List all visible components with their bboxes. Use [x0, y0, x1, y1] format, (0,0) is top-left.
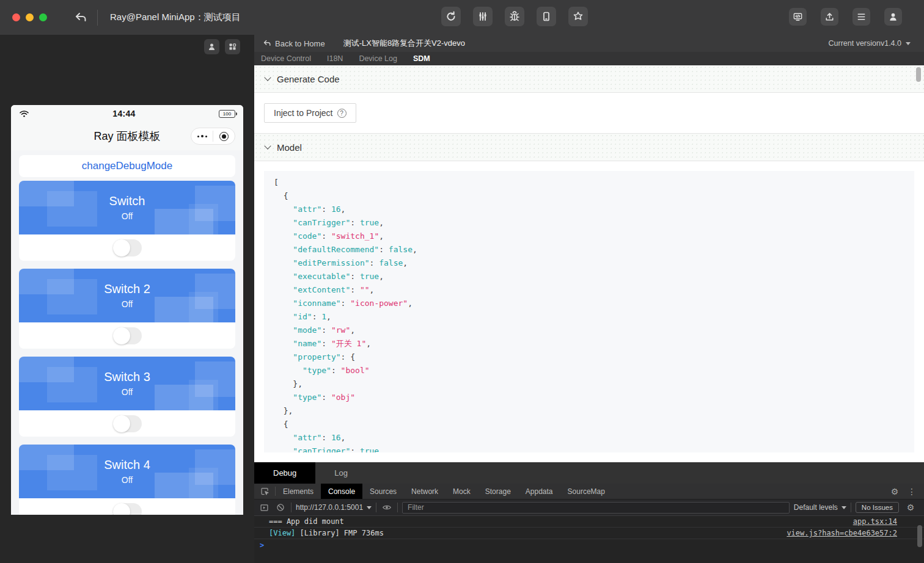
refresh-icon[interactable]: [441, 7, 461, 26]
filter-input[interactable]: [402, 502, 790, 514]
no-issues-button[interactable]: No Issues: [856, 502, 899, 513]
code-line: "property": {: [274, 351, 904, 364]
tab-i18n[interactable]: I18N: [327, 54, 343, 63]
zoom-window-button[interactable]: [39, 13, 47, 21]
code-token: ,: [379, 446, 384, 452]
version-selector[interactable]: Current versionv1.4.0: [828, 39, 911, 48]
phone-navbar: Ray 面板模板: [11, 122, 243, 150]
kebab-menu-icon[interactable]: ⋮: [904, 485, 919, 498]
code-token: true: [360, 218, 379, 227]
miniapp-capsule: [191, 128, 235, 145]
code-token: : {: [341, 352, 355, 361]
gear-icon[interactable]: ⚙: [887, 485, 902, 498]
log-source-link[interactable]: view.js?hash=cbe4e63e57:2: [787, 529, 897, 537]
phone-icon[interactable]: [537, 7, 556, 26]
inject-to-project-button[interactable]: Inject to Project ?: [264, 103, 356, 123]
switch-toggle[interactable]: [113, 327, 142, 344]
back-to-home-button[interactable]: Back to Home: [263, 39, 325, 48]
devtools-tab-storage[interactable]: Storage: [478, 484, 518, 499]
code-line: "editPermission": false,: [274, 256, 904, 270]
code-token: "code": [293, 231, 321, 241]
page-title: Ray 面板模板: [94, 129, 160, 143]
switch-toggle[interactable]: [113, 239, 142, 256]
model-label: Model: [277, 142, 302, 153]
tab-device-control[interactable]: Device Control: [261, 54, 311, 63]
code-token: "type": [302, 366, 331, 375]
devtools-tab-console[interactable]: Console: [321, 484, 362, 499]
toolbar-divider: [851, 503, 851, 512]
undo-icon[interactable]: [72, 9, 90, 27]
more-dots-icon[interactable]: [191, 135, 213, 137]
debug-panel: DebugLog ElementsConsoleSourcesNetworkMo…: [254, 462, 924, 563]
log-source-link[interactable]: app.tsx:14: [853, 517, 897, 526]
code-token: "property": [293, 352, 340, 361]
help-icon[interactable]: ?: [337, 109, 346, 118]
code-token: [274, 366, 302, 375]
code-line: "name": "开关 1",: [274, 337, 904, 351]
generate-code-label: Generate Code: [277, 74, 340, 84]
tab-device-log[interactable]: Device Log: [359, 54, 397, 63]
clear-console-icon[interactable]: [274, 501, 287, 514]
components-grid-icon[interactable]: [225, 39, 240, 54]
tab-sdm[interactable]: SDM: [413, 54, 430, 63]
sidebar-toggle-icon[interactable]: [258, 501, 270, 514]
list-icon[interactable]: [853, 8, 870, 26]
code-token: :: [321, 339, 331, 348]
devtools-tab-elements[interactable]: Elements: [276, 484, 321, 499]
upload-icon[interactable]: [821, 8, 838, 26]
vertical-scrollbar[interactable]: [916, 67, 921, 82]
close-window-button[interactable]: [12, 13, 20, 21]
model-json-code[interactable]: [ { "attr": 16, "canTrigger": true, "cod…: [264, 171, 914, 452]
devtools-tab-sources[interactable]: Sources: [362, 484, 404, 499]
model-section-header[interactable]: Model: [254, 134, 924, 161]
console-prompt[interactable]: >: [260, 541, 264, 550]
code-line: },: [274, 404, 904, 418]
phone-statusbar: 14:44 100: [11, 105, 243, 122]
code-line: "canTrigger": true,: [274, 216, 904, 230]
console-scrollbar[interactable]: [917, 525, 922, 547]
code-line: "attr": 16,: [274, 203, 904, 216]
code-token: 1: [321, 312, 326, 321]
code-token: [274, 272, 293, 281]
titlebar-center-tools: [441, 7, 588, 26]
levels-label: Default levels: [794, 503, 838, 512]
code-token: :: [321, 325, 331, 335]
context-selector[interactable]: http://127.0.0.1:5001: [296, 503, 372, 512]
code-token: [274, 446, 293, 452]
inspect-element-icon[interactable]: [254, 484, 275, 499]
generate-code-section-header[interactable]: Generate Code: [254, 65, 924, 93]
record-circle-icon[interactable]: [213, 132, 235, 141]
toggle-knob: [113, 503, 130, 515]
battery-icon: 100: [219, 110, 235, 118]
minimize-window-button[interactable]: [26, 13, 34, 21]
code-token: [274, 231, 293, 241]
devtools-tab-sourcemap[interactable]: SourceMap: [560, 484, 612, 499]
titlebar-divider: [97, 10, 98, 26]
version-label: Current versionv1.4.0: [828, 39, 901, 48]
devtools-tab-appdata[interactable]: Appdata: [518, 484, 560, 499]
devtools-tab-mock[interactable]: Mock: [446, 484, 478, 499]
switch-card-list: SwitchOffSwitch 2OffSwitch 3OffSwitch 4O…: [11, 181, 243, 515]
code-token: },: [274, 406, 293, 415]
toolbar-divider: [291, 503, 292, 512]
bug-icon[interactable]: [505, 7, 524, 26]
switch-toggle[interactable]: [113, 503, 142, 515]
phone-simulator: 14:44 100 Ray 面板模板 changeDebugMode Switc…: [11, 105, 243, 515]
monitor-code-icon[interactable]: [789, 8, 807, 26]
switch-card-header: Switch 3Off: [19, 357, 235, 410]
eye-icon[interactable]: [381, 501, 393, 514]
code-token: :: [341, 299, 351, 308]
change-debug-mode-button[interactable]: changeDebugMode: [19, 155, 235, 177]
debug-tab-debug[interactable]: Debug: [254, 462, 315, 484]
code-token: {: [274, 191, 288, 200]
switch-toggle[interactable]: [113, 415, 142, 432]
debug-tab-log[interactable]: Log: [315, 462, 367, 484]
user-icon[interactable]: [204, 39, 219, 54]
tuner-icon[interactable]: [473, 7, 493, 26]
devtools-tab-network[interactable]: Network: [404, 484, 446, 499]
console-settings-gear-icon[interactable]: ⚙: [903, 501, 918, 514]
log-levels-selector[interactable]: Default levels: [794, 503, 846, 512]
star-icon[interactable]: [568, 7, 588, 26]
code-token: "editPermission": [293, 258, 369, 267]
user-icon[interactable]: [884, 8, 902, 26]
